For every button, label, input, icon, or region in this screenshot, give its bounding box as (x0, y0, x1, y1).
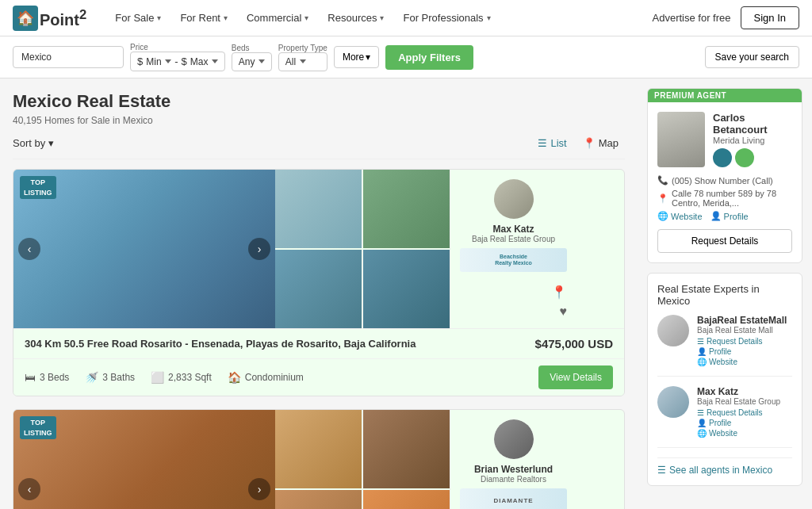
list-icon: ☰ (697, 408, 704, 417)
nav-for-sale[interactable]: For Sale ▾ (105, 0, 170, 36)
card-images: ‹ › Brian Westerlund Diamante Realtors (13, 410, 624, 509)
bed-icon: 🛏 (25, 371, 36, 384)
main-nav: For Sale ▾ For Rent ▾ Commercial ▾ Resou… (105, 0, 652, 36)
price-min-select[interactable]: Min (146, 56, 171, 67)
request-details-link[interactable]: ☰ Request Details (697, 408, 792, 417)
agent-company: Baja Real Estate Group (472, 235, 555, 243)
thumbnail-2 (363, 410, 450, 488)
apply-filters-button[interactable]: Apply Filters (385, 45, 473, 70)
agent-box: Max Katz Baja Real Estate Group Beachsid… (450, 170, 576, 328)
expert-info: BajaReal EstateMall Baja Real Estate Mal… (697, 315, 792, 366)
baths-detail: 🚿 3 Baths (85, 371, 135, 384)
list-icon: ☰ (697, 337, 704, 346)
logo-icon: 🏠 (13, 6, 38, 31)
list-view-button[interactable]: ☰ List (531, 134, 573, 152)
globe-icon: 🌐 (697, 358, 707, 366)
nav-commercial[interactable]: Commercial ▾ (237, 0, 318, 36)
sign-in-button[interactable]: Sign In (741, 6, 799, 29)
property-type-filter[interactable]: All (278, 52, 327, 71)
location-select[interactable]: Mexico (21, 52, 62, 63)
thumbnail-4 (363, 250, 450, 328)
agent-logo-small-2 (735, 148, 754, 167)
chevron-down-icon: ▾ (366, 52, 370, 63)
sort-bar: Sort by ▾ ☰ List 📍 Map (13, 134, 625, 159)
website-link[interactable]: 🌐 Website (697, 429, 792, 438)
premium-agent-name: Carlos Betancourt (713, 112, 792, 136)
beds-select[interactable]: Any (239, 56, 265, 67)
price-max-select[interactable]: Max (190, 56, 218, 67)
list-icon: ☰ (657, 465, 666, 476)
agent-avatar (494, 179, 534, 219)
nav-for-rent[interactable]: For Rent ▾ (170, 0, 237, 36)
sqft-detail: ⬜ 2,833 Sqft (151, 371, 212, 384)
chevron-down-icon: ▾ (304, 13, 308, 22)
prev-image-button[interactable]: ‹ (18, 478, 40, 500)
thumbnail-1 (275, 170, 362, 248)
card-images: ‹ › Max Katz Baja Real Estate Group (13, 170, 624, 328)
map-view-button[interactable]: 📍 Map (576, 134, 625, 152)
next-image-button[interactable]: › (248, 238, 270, 260)
main-content: Mexico Real Estate 40,195 Homes for Sale… (0, 78, 812, 509)
premium-agent-box: PREMIUM AGENT Carlos Betancourt Merida L… (647, 88, 802, 263)
expert-company: Baja Real Estate Group (697, 397, 792, 406)
chevron-down-icon: ▾ (224, 13, 228, 22)
globe-icon: 🌐 (697, 429, 707, 438)
thumbnail-1 (275, 410, 362, 488)
save-search-button[interactable]: Save your search (705, 46, 799, 68)
page-subtitle: 40,195 Homes for Sale in Mexico (13, 115, 625, 126)
view-details-button[interactable]: View Details (538, 365, 613, 389)
premium-agent-content: Carlos Betancourt Merida Living 📞 (005) … (648, 102, 802, 262)
logo-name: Point (40, 10, 79, 28)
request-details-link[interactable]: ☰ Request Details (697, 337, 792, 346)
prev-image-button[interactable]: ‹ (18, 238, 40, 260)
premium-agent-photo (657, 112, 705, 167)
thumbnail-3 (275, 250, 362, 328)
profile-link[interactable]: 👤 Profile (697, 419, 792, 427)
request-details-button[interactable]: Request Details (657, 229, 792, 253)
logo-sup: 2 (79, 7, 86, 22)
beds-label: Beds (232, 44, 272, 52)
header-right: Advertise for free Sign In (653, 6, 799, 29)
expert-company: Baja Real Estate Mall (697, 326, 792, 335)
location-icon[interactable]: 📍 (551, 285, 567, 300)
card-bottom: 304 Km 50.5 Free Road Rosarito - Ensenad… (13, 328, 624, 358)
list-icon: ☰ (538, 137, 547, 149)
more-filters-button[interactable]: More ▾ (334, 46, 379, 68)
next-image-button[interactable]: › (248, 478, 270, 500)
expert-links: ☰ Request Details 👤 Profile 🌐 Website (697, 337, 792, 366)
listing-card: TOPLISTING ‹ › Max Katz (13, 169, 625, 396)
expert-avatar (657, 315, 689, 346)
nav-for-professionals[interactable]: For Professionals ▾ (393, 0, 500, 36)
location-filter[interactable]: Mexico (13, 46, 124, 68)
price-label: Price (130, 43, 225, 52)
sidebar: PREMIUM AGENT Carlos Betancourt Merida L… (638, 78, 812, 509)
advertise-link[interactable]: Advertise for free (653, 12, 731, 24)
experts-section: Real Estate Experts in Mexico BajaReal E… (647, 273, 802, 486)
listing-address: 304 Km 50.5 Free Road Rosarito - Ensenad… (25, 338, 523, 350)
premium-agent-company: Merida Living (713, 136, 792, 145)
listing-card: TOPLISTING ‹ › Brian Westerl (13, 409, 625, 509)
profile-link[interactable]: 👤 Profile (697, 347, 792, 356)
agent-logo: BeachsideRealty Mexico (460, 248, 567, 272)
agent-name: Max Katz (492, 224, 534, 235)
phone-icon: 📞 (657, 175, 668, 186)
home-icon: 🏠 (228, 371, 241, 384)
website-link[interactable]: 🌐 Website (657, 211, 703, 221)
expert-links: ☰ Request Details 👤 Profile 🌐 Website (697, 408, 792, 438)
profile-link[interactable]: 👤 Profile (710, 211, 749, 221)
sort-by-button[interactable]: Sort by ▾ (13, 137, 54, 149)
expert-item: BajaReal EstateMall Baja Real Estate Mal… (657, 315, 792, 377)
beds-filter[interactable]: Any (232, 52, 272, 71)
nav-resources[interactable]: Resources ▾ (318, 0, 393, 36)
beds-detail: 🛏 3 Beds (25, 371, 69, 384)
premium-agent-info: Carlos Betancourt Merida Living (713, 112, 792, 167)
property-type-select[interactable]: All (285, 56, 306, 67)
favorite-icon[interactable]: ♥ (560, 304, 568, 319)
header: 🏠 Point2 For Sale ▾ For Rent ▾ Commercia… (0, 0, 812, 36)
premium-links: 🌐 Website 👤 Profile (657, 211, 792, 221)
see-all-agents-link[interactable]: ☰ See all agents in Mexico (657, 457, 792, 476)
chevron-down-icon: ▾ (380, 13, 384, 22)
agent-logo-small (713, 148, 732, 167)
website-link[interactable]: 🌐 Website (697, 358, 792, 366)
person-icon: 👤 (697, 347, 707, 356)
